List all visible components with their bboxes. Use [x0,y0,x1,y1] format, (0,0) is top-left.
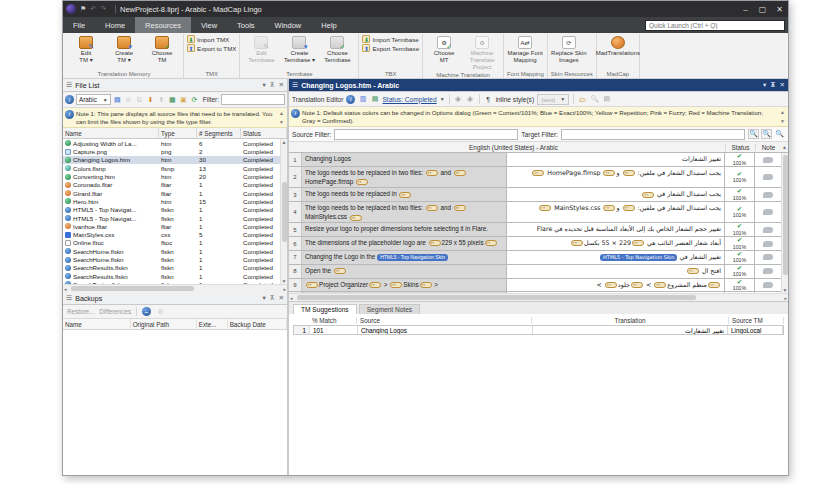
layout-toggle-icon[interactable]: ▥ [358,95,367,104]
inline-tag-icon[interactable] [454,170,466,176]
file-type-filter[interactable] [221,94,285,105]
inline-tag-icon[interactable] [390,282,402,288]
export-termbase-button[interactable]: ⬆Export Termbase [362,44,419,52]
pin-icon[interactable]: ⊼ [270,294,275,302]
settings-icon[interactable]: ⚙ [156,307,165,316]
note-bubble-icon[interactable] [763,254,773,260]
target-cell[interactable]: تغيير الشعارات [507,153,725,166]
target-cell[interactable]: يجب استبدال الشعار في [507,188,725,201]
inline-tag-icon[interactable] [426,205,438,211]
inline-tag-icon[interactable] [603,170,615,176]
source-cell[interactable]: Project Organizer > Skins > [302,279,507,292]
redo-icon[interactable]: ↷ [100,5,106,13]
tab-segment-notes[interactable]: Segment Notes [359,304,420,314]
target-cell[interactable]: تغيير حجم الشعار الخاص بك إلى الأبعاد ال… [507,223,725,236]
undo-icon[interactable]: ↶ [90,5,96,13]
delete-backup-icon[interactable]: – [142,307,151,316]
scroll-up-icon[interactable]: ▲ [282,139,287,145]
inline-tag-icon[interactable] [539,205,551,211]
choose-tm-button[interactable]: ✓Choose TM [144,35,180,64]
segment-note[interactable] [755,279,781,292]
close-button[interactable]: ✕ [771,2,788,16]
preview-icon[interactable]: ▤ [370,95,379,104]
source-cell[interactable]: The logo needs to be replaced in two fil… [302,167,507,187]
inline-tag-icon[interactable] [623,170,635,176]
inline-tag-icon[interactable] [623,205,635,211]
file-row[interactable]: SearchHome.flsknflskn1Completed [63,247,287,255]
differences-button[interactable]: Differences [99,308,131,315]
source-cell[interactable]: Resize your logo to proper dimensions be… [302,223,507,236]
list-icon[interactable]: ▤ [602,95,611,104]
source-cell[interactable]: The dimensions of the placeholder logo a… [302,237,507,250]
quick-launch-input[interactable] [645,20,785,31]
backups-col-0[interactable]: Name [63,319,131,329]
inline-tag-icon[interactable] [631,282,643,288]
menu-tab-view[interactable]: View [191,17,227,33]
note-bubble-icon[interactable] [763,209,773,215]
inline-tag-icon[interactable] [605,282,617,288]
segment-note[interactable] [755,153,781,166]
backups-col-1[interactable]: Original Path [131,319,197,329]
close-pane-icon[interactable]: ✕ [279,294,284,302]
menu-tab-home[interactable]: Home [95,17,135,33]
file-row[interactable]: HTML5 - Top Navigat...flskn1Completed [63,214,287,222]
source-cell[interactable]: Open the [302,265,507,278]
segment-note[interactable] [755,223,781,236]
segment-hscrollbar[interactable]: ◂▸ [289,293,788,301]
segment-note[interactable] [755,237,781,250]
note-bubble-icon[interactable] [763,192,773,198]
segment-note[interactable] [755,167,781,187]
file-list-vscrollbar[interactable]: ▲▼ [280,139,287,284]
pin-icon[interactable]: ⊼ [770,81,775,89]
inline-tag-icon[interactable] [350,215,362,221]
pane-dropdown-icon[interactable]: ▾ [263,81,266,89]
note-bubble-icon[interactable] [763,282,773,288]
note-bubble-icon[interactable] [763,227,773,233]
inline-tag-icon[interactable] [632,240,644,246]
menu-tab-tools[interactable]: Tools [227,17,265,33]
refresh-icon[interactable]: ⟳ [190,95,199,104]
manage-font-mapping-button[interactable]: A⇄Manage Font Mapping [507,35,543,64]
file-list-hscrollbar[interactable]: ◂▸ [63,284,287,292]
file-list-pane-header[interactable]: ☰ File List ▾ ⊼ ✕ [63,79,287,92]
inline-tag-icon[interactable] [654,282,666,288]
maximize-button[interactable]: ▢ [754,2,771,16]
note-bubble-icon[interactable] [763,157,773,163]
minimize-button[interactable]: – [737,2,754,16]
pin-icon[interactable]: ⊼ [270,81,275,89]
inline-tag-icon[interactable] [687,268,699,274]
col-name[interactable]: Name [63,128,159,138]
source-filter-input[interactable] [334,129,518,140]
inline-tag-icon[interactable] [454,205,466,211]
close-pane-icon[interactable]: ✕ [780,81,785,89]
tm-col-1[interactable]: % Match [309,317,357,324]
create-termbase--button[interactable]: ▾Create Termbase ▾ [281,35,317,64]
import-tmx-button[interactable]: ⬇Import TMX [187,35,229,43]
tm-col-3[interactable]: Translation [532,317,729,324]
status-column-header[interactable]: Status [725,144,755,151]
note-bubble-icon[interactable] [763,174,773,180]
menu-tab-help[interactable]: Help [311,17,346,33]
skin-tag[interactable]: HTML5 - Top Navigation Skin [600,254,677,261]
info-toggle-icon[interactable]: i [346,95,355,104]
inline-tag-icon[interactable] [532,170,544,176]
segment-note[interactable] [755,265,781,278]
file-row[interactable]: Changing Logos.htmhtm30Completed [63,156,287,164]
pane-menu-icon[interactable]: ☰ [292,81,298,89]
open-file-icon[interactable]: 🗁 [578,95,587,104]
inline-tag-icon[interactable] [429,240,441,246]
file-row[interactable]: Ivanhoe.fltarfltar1Completed [63,222,287,230]
inline-tag-icon[interactable] [603,205,615,211]
segment-note[interactable] [755,202,781,222]
inline-tag-icon[interactable] [571,240,583,246]
source-cell[interactable]: Changing Logos [302,153,507,166]
previous-segment-icon[interactable]: ◉ [454,95,463,104]
menu-tab-file[interactable]: File [63,17,95,33]
backups-col-2[interactable]: Exte... [197,319,228,329]
inline-tag-icon[interactable] [356,179,368,185]
file-row[interactable]: SearchResults.flsknflskn1Completed [63,264,287,272]
file-row[interactable]: Girard.fltarfltar1Completed [63,189,287,197]
target-cell[interactable]: أبعاد شعار العنصر النائب هي 229 × 55 بكس… [507,237,725,250]
status-dropdown[interactable]: Status: Completed [382,96,436,103]
import-termbase-button[interactable]: ⬇Import Termbase [362,35,418,43]
